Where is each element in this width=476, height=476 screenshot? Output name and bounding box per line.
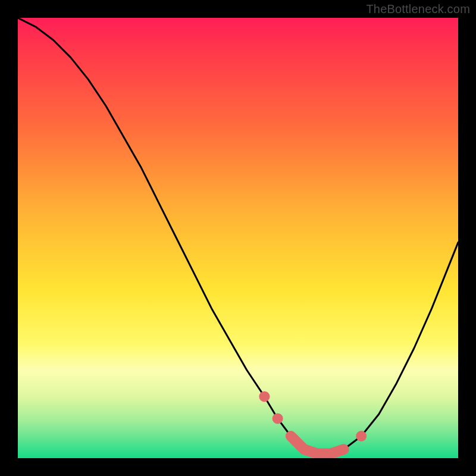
highlight-segment (291, 436, 344, 454)
watermark-text: TheBottleneck.com (366, 2, 470, 16)
plot-area (18, 18, 458, 458)
curve-layer (18, 18, 458, 458)
highlight-dot (259, 391, 270, 402)
highlight-dot (356, 431, 367, 441)
chart-stage: TheBottleneck.com (0, 0, 476, 476)
primary-curve (18, 18, 458, 454)
highlight-dots (259, 391, 367, 441)
highlight-dot (273, 413, 283, 424)
